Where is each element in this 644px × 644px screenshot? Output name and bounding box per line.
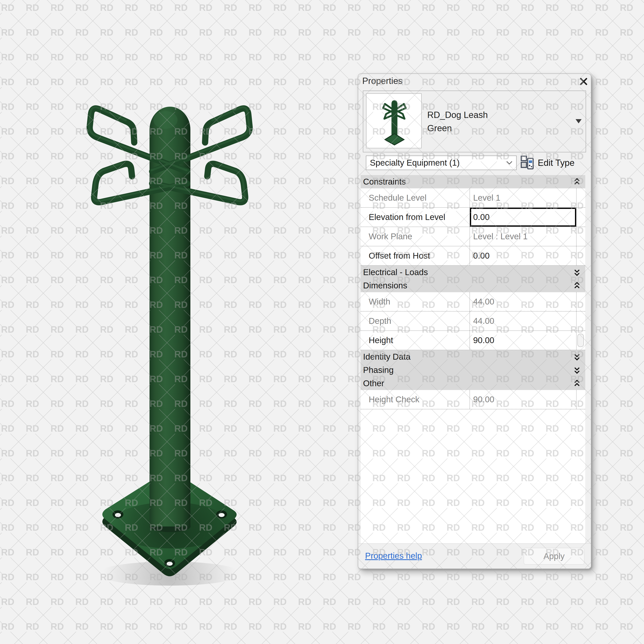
section-label: Other: [363, 379, 384, 388]
param-label: Height: [361, 331, 470, 350]
bolt-hole: [112, 510, 123, 518]
properties-help-link[interactable]: Properties help: [365, 551, 422, 561]
param-label: Height Check: [361, 390, 470, 409]
section-label: Constraints: [363, 177, 406, 187]
bolt-hole: [164, 559, 175, 567]
section-header-electrical-loads[interactable]: Electrical - Loads: [361, 266, 585, 279]
element-filter-combobox[interactable]: Specialty Equipment (1): [366, 156, 517, 170]
section-header-dimensions[interactable]: Dimensions: [361, 279, 585, 292]
dog-leash-post-3d-render: [0, 0, 342, 644]
family-name-line: RD_Dog Leash: [427, 108, 488, 122]
param-row-width: Width 44.00: [361, 292, 585, 312]
section-label: Phasing: [363, 365, 394, 375]
param-tail-cell: [576, 188, 585, 207]
param-tail-cell: [576, 246, 585, 265]
chevron-collapse-icon[interactable]: [574, 282, 580, 289]
section-label: Electrical - Loads: [363, 267, 428, 277]
param-row-offset-from-host: Offset from Host 0.00: [361, 246, 585, 266]
associate-parameter-button[interactable]: [577, 334, 584, 347]
type-thumbnail-image: [366, 94, 421, 148]
section-label: Identity Data: [363, 352, 411, 362]
param-value[interactable]: 0.00: [470, 246, 576, 265]
edit-type-button[interactable]: Edit Type: [520, 156, 575, 170]
param-row-height-check: Height Check 90.00: [361, 390, 585, 409]
param-value: 44.00: [470, 292, 576, 311]
chevron-expand-icon[interactable]: [574, 366, 580, 374]
section-header-constraints[interactable]: Constraints: [361, 175, 585, 188]
edit-type-icon: [520, 155, 534, 170]
parameter-table: Constraints Schedule Level Level 1 Eleva…: [361, 175, 585, 543]
param-row-elevation-from-level: Elevation from Level 0.00: [361, 208, 585, 227]
element-filter-value: Specialty Equipment (1): [370, 158, 460, 168]
param-value: 44.00: [470, 312, 576, 330]
param-label: Elevation from Level: [361, 208, 470, 227]
section-header-identity-data[interactable]: Identity Data: [361, 350, 585, 363]
panel-footer: Properties help Apply: [358, 543, 591, 569]
close-button[interactable]: [578, 76, 589, 87]
param-value: 90.00: [470, 390, 576, 409]
chevron-expand-icon[interactable]: [574, 268, 580, 276]
chevron-down-icon: [506, 161, 513, 165]
param-tail-cell: [576, 208, 585, 227]
type-thumbnail: [366, 93, 422, 148]
param-label: Width: [361, 292, 470, 311]
revit-properties-screenshot: Properties: [0, 0, 644, 644]
close-icon: [578, 76, 589, 87]
param-row-height: Height 90.00: [361, 331, 585, 350]
param-value-selected[interactable]: 0.00: [470, 208, 576, 227]
param-tail-cell: [576, 390, 585, 409]
type-name-line: Green: [427, 122, 488, 135]
edit-type-label: Edit Type: [538, 158, 575, 168]
param-value[interactable]: 90.00: [470, 331, 576, 350]
param-label: Depth: [361, 312, 470, 330]
section-header-phasing[interactable]: Phasing: [361, 363, 585, 377]
param-label: Offset from Host: [361, 246, 470, 265]
type-preview-box: RD_Dog Leash Green: [363, 91, 586, 152]
param-tail-cell: [576, 331, 585, 350]
type-selector-dropdown-icon[interactable]: [576, 119, 582, 123]
param-value: Level : Level 1: [470, 227, 576, 246]
chevron-collapse-icon[interactable]: [574, 178, 580, 186]
chevron-expand-icon[interactable]: [574, 353, 580, 361]
param-tail-cell: [576, 292, 585, 311]
param-row-depth: Depth 44.00: [361, 312, 585, 331]
param-label: Schedule Level: [361, 188, 470, 207]
param-value: Level 1: [470, 188, 576, 207]
apply-button[interactable]: Apply: [524, 548, 584, 565]
param-row-work-plane: Work Plane Level : Level 1: [361, 227, 585, 246]
param-tail-cell: [576, 227, 585, 246]
section-label: Dimensions: [363, 281, 407, 290]
section-header-other[interactable]: Other: [361, 377, 585, 390]
properties-panel: Properties: [358, 73, 591, 569]
bolt-hole: [216, 510, 227, 518]
chevron-collapse-icon[interactable]: [574, 380, 580, 387]
type-name: RD_Dog Leash Green: [427, 108, 488, 135]
param-label: Work Plane: [361, 227, 470, 246]
param-row-schedule-level: Schedule Level Level 1: [361, 188, 585, 208]
panel-title: Properties: [362, 76, 403, 86]
param-tail-cell: [576, 312, 585, 330]
